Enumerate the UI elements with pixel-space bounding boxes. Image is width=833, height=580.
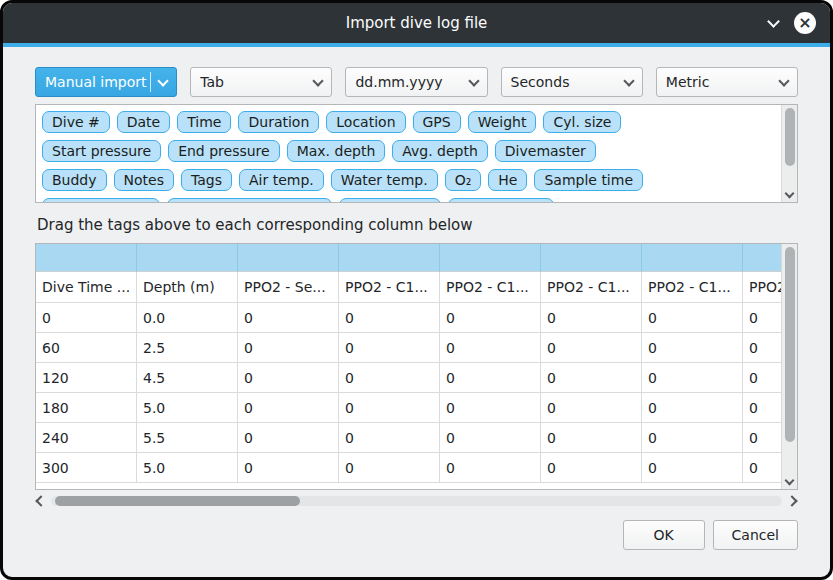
tag[interactable]: Start pressure [42, 140, 161, 162]
instruction-text: Drag the tags above to each correspondin… [37, 216, 796, 234]
table-cell: 0 [743, 453, 781, 483]
tagbox-scrollbar-thumb[interactable] [785, 108, 795, 166]
date-format-select[interactable]: dd.mm.yyyy [345, 67, 487, 97]
cancel-button[interactable]: Cancel [713, 520, 798, 550]
drop-cell[interactable] [743, 244, 781, 272]
table-cell: 0 [642, 453, 743, 483]
tag[interactable]: Air temp. [239, 169, 324, 191]
table-cell: 2.5 [137, 333, 238, 363]
horizontal-scrollbar[interactable] [35, 493, 798, 509]
drop-cell[interactable] [238, 244, 339, 272]
table-cell: 0 [238, 453, 339, 483]
tag[interactable]: Sample depth [42, 198, 160, 203]
tag[interactable]: Divemaster [495, 140, 596, 162]
table-cell: 180 [36, 393, 137, 423]
table-cell: 0 [541, 453, 642, 483]
table-cell: 0 [339, 453, 440, 483]
tag[interactable]: Notes [114, 169, 174, 191]
chevron-down-icon [623, 75, 634, 86]
table-cell: 300 [36, 453, 137, 483]
tag[interactable]: GPS [413, 111, 461, 133]
tag[interactable]: Max. depth [287, 140, 386, 162]
field-separator-value: Tab [200, 74, 224, 90]
table-cell: 0.0 [137, 303, 238, 333]
button-row: OK Cancel [35, 520, 798, 550]
table-cell: 0 [339, 423, 440, 453]
table-cell: 0 [238, 423, 339, 453]
table-cell: 240 [36, 423, 137, 453]
tag[interactable]: Sample pO₂ [339, 198, 441, 203]
tag[interactable]: Location [326, 111, 405, 133]
table-cell: 0 [440, 363, 541, 393]
table-scrollbar-thumb[interactable] [785, 247, 795, 442]
tag[interactable]: Time [177, 111, 231, 133]
drop-cell[interactable] [36, 244, 137, 272]
tag[interactable]: Cyl. size [543, 111, 621, 133]
table-scrollbar[interactable] [781, 244, 797, 489]
scroll-down-icon[interactable] [785, 189, 795, 199]
tag[interactable]: Tags [181, 169, 232, 191]
date-format-value: dd.mm.yyyy [355, 74, 442, 90]
drop-cell[interactable] [541, 244, 642, 272]
table-cell: 0 [238, 363, 339, 393]
tagbox-scrollbar[interactable] [781, 105, 797, 202]
table-cell: 0 [642, 393, 743, 423]
table-cell: 0 [743, 393, 781, 423]
drop-cell[interactable] [440, 244, 541, 272]
table-row: 3005.0000000 [36, 453, 781, 483]
table-cell: 0 [238, 393, 339, 423]
table-cell: 0 [238, 333, 339, 363]
drop-cell[interactable] [642, 244, 743, 272]
scroll-right-icon[interactable] [786, 495, 797, 506]
units-select[interactable]: Metric [656, 67, 798, 97]
table-cell: 5.5 [137, 423, 238, 453]
table-row: 2405.5000000 [36, 423, 781, 453]
collapse-window-icon[interactable] [767, 15, 780, 28]
chevron-down-icon [313, 75, 324, 86]
chevron-down-icon [158, 75, 169, 86]
horizontal-scrollbar-thumb[interactable] [55, 496, 300, 506]
column-header: PPO2 - C1... [339, 272, 440, 303]
table-cell: 0 [743, 303, 781, 333]
import-dialog-window: Import dive log file × Manual import Tab… [0, 0, 833, 580]
tag-row: BuddyNotesTagsAir temp.Water temp.O₂HeSa… [42, 169, 773, 191]
dialog-content: Manual import Tab dd.mm.yyyy Seconds Met… [3, 47, 830, 550]
table-cell: 0 [339, 363, 440, 393]
tag[interactable]: End pressure [168, 140, 280, 162]
drop-cell[interactable] [137, 244, 238, 272]
table-cell: 0 [642, 423, 743, 453]
table-cell: 120 [36, 363, 137, 393]
tag[interactable]: Sample time [534, 169, 643, 191]
tag[interactable]: Buddy [42, 169, 107, 191]
field-separator-select[interactable]: Tab [190, 67, 332, 97]
table-cell: 0 [743, 423, 781, 453]
column-header: Depth (m) [137, 272, 238, 303]
table-cell: 0 [541, 363, 642, 393]
tag[interactable]: Date [117, 111, 170, 133]
scroll-down-icon[interactable] [785, 476, 795, 486]
time-format-select[interactable]: Seconds [501, 67, 643, 97]
tag-row: Sample depthSample temperatureSample pO₂… [42, 198, 773, 203]
tag[interactable]: Water temp. [331, 169, 438, 191]
import-mode-value: Manual import [45, 74, 147, 90]
horizontal-scrollbar-track[interactable] [51, 496, 782, 506]
ok-button[interactable]: OK [623, 520, 705, 550]
tag-row: Start pressureEnd pressureMax. depthAvg.… [42, 140, 773, 162]
tag[interactable]: Dive # [42, 111, 110, 133]
tag[interactable]: O₂ [445, 169, 482, 191]
tag[interactable]: Sample temperature [167, 198, 332, 203]
tag[interactable]: Weight [468, 111, 537, 133]
import-mode-select[interactable]: Manual import [35, 67, 177, 97]
table-cell: 5.0 [137, 453, 238, 483]
chevron-down-icon [778, 75, 789, 86]
drop-cell[interactable] [339, 244, 440, 272]
table-row: 00.0000000 [36, 303, 781, 333]
tag[interactable]: Sample CNS [448, 198, 554, 203]
tag-list: Dive #DateTimeDurationLocationGPSWeightC… [42, 111, 773, 203]
tag[interactable]: Duration [238, 111, 319, 133]
import-preview-table: Dive Time ...Depth (m)PPO2 - Se...PPO2 -… [35, 243, 798, 490]
close-button[interactable]: × [794, 12, 816, 34]
scroll-left-icon[interactable] [35, 495, 46, 506]
tag[interactable]: He [488, 169, 527, 191]
tag[interactable]: Avg. depth [392, 140, 488, 162]
